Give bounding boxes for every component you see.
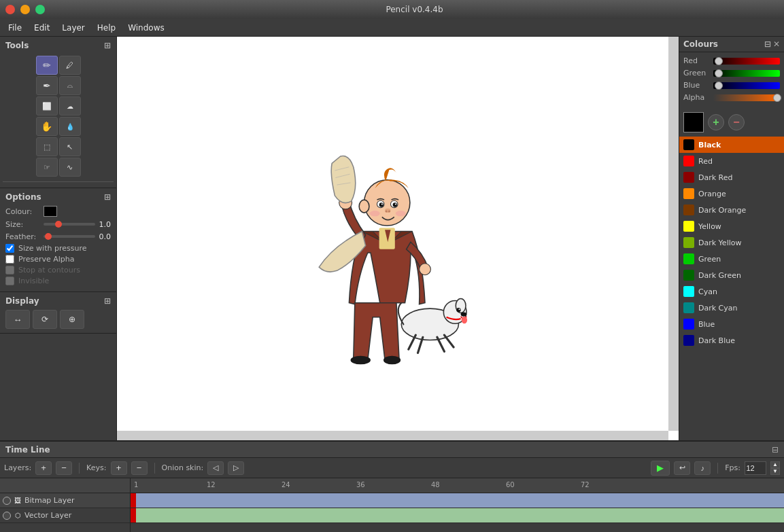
options-section: Options ⊞ Colour: Size: 1.0 Feat xyxy=(0,188,116,292)
colour-list-item-7[interactable]: Green xyxy=(679,251,784,267)
size-pressure-label: Size with pressure xyxy=(18,244,86,253)
colours-close-icon[interactable]: ✕ xyxy=(773,39,780,49)
red-slider-track[interactable] xyxy=(713,58,780,65)
vector-layer-row[interactable]: ⬡ Vector Layer xyxy=(0,508,130,523)
blue-slider-thumb[interactable] xyxy=(715,82,723,90)
alpha-label: Alpha xyxy=(683,93,711,102)
smudge-tool[interactable]: ☁ xyxy=(59,96,81,116)
colour-list-item-9[interactable]: Cyan xyxy=(679,283,784,300)
svg-point-29 xyxy=(420,264,431,275)
display-expand-icon[interactable]: ⊞ xyxy=(104,296,111,306)
add-colour-button[interactable]: + xyxy=(708,114,724,130)
svg-point-14 xyxy=(384,356,400,365)
move-tool[interactable]: ↖ xyxy=(59,137,81,156)
alpha-slider-thumb[interactable] xyxy=(773,94,781,102)
green-slider-thumb[interactable] xyxy=(715,69,723,77)
preserve-alpha-checkbox[interactable] xyxy=(5,255,14,264)
size-slider-thumb[interactable] xyxy=(55,221,62,228)
canvas-area[interactable] xyxy=(117,37,679,440)
green-slider-row: Green xyxy=(683,69,780,77)
colour-list-item-11[interactable]: Blue xyxy=(679,316,784,332)
fps-down-btn[interactable]: ▼ xyxy=(770,468,780,475)
colour-list-item-10[interactable]: Dark Cyan xyxy=(679,300,784,316)
polyline-tool[interactable]: ∿ xyxy=(59,158,81,177)
remove-key-btn[interactable]: − xyxy=(131,461,148,475)
green-slider-track[interactable] xyxy=(713,70,780,77)
eyedropper-tool[interactable]: 💧 xyxy=(59,117,81,136)
pen-tool[interactable]: 🖊 xyxy=(59,56,81,75)
vector-frame-track[interactable] xyxy=(131,508,784,523)
vertical-scrollbar[interactable] xyxy=(668,37,679,431)
colour-name-6: Dark Yellow xyxy=(698,238,741,247)
colour-name-1: Red xyxy=(698,157,713,166)
frame-mark-1: 1 xyxy=(134,481,138,489)
select-tool[interactable]: ⬚ xyxy=(36,137,58,156)
colour-list-item-2[interactable]: Dark Red xyxy=(679,169,784,185)
colour-list-item-5[interactable]: Yellow xyxy=(679,218,784,234)
maximize-button[interactable] xyxy=(35,5,45,14)
rewind-button[interactable]: ↩ xyxy=(674,461,690,475)
colour-list-item-12[interactable]: Dark Blue xyxy=(679,332,784,349)
invisible-checkbox[interactable] xyxy=(5,277,14,285)
lasso-tool[interactable]: ⌓ xyxy=(59,76,81,95)
bitmap-layer-vis[interactable] xyxy=(3,497,11,505)
colour-dot-12 xyxy=(683,335,694,346)
colour-preview-box[interactable] xyxy=(683,112,704,132)
display-flip-btn[interactable]: ↔ xyxy=(5,310,30,329)
menu-help[interactable]: Help xyxy=(92,21,121,35)
alpha-slider-track[interactable] xyxy=(713,94,780,101)
size-pressure-checkbox[interactable] xyxy=(5,244,14,253)
inkpen-tool[interactable]: ✒ xyxy=(36,76,58,95)
frames-area[interactable]: 1 12 24 36 48 60 72 xyxy=(131,478,784,532)
bitmap-frame-track[interactable] xyxy=(131,493,784,508)
colour-list-item-6[interactable]: Dark Yellow xyxy=(679,234,784,251)
alpha-slider-row: Alpha xyxy=(683,93,780,102)
colour-list-item-4[interactable]: Dark Orange xyxy=(679,202,784,218)
vector-layer-vis[interactable] xyxy=(3,512,11,520)
red-slider-thumb[interactable] xyxy=(715,57,723,65)
onion-prev-btn[interactable]: ◁ xyxy=(207,461,224,475)
menu-layer[interactable]: Layer xyxy=(56,21,90,35)
bitmap-layer-name: Bitmap Layer xyxy=(24,496,75,505)
bitmap-layer-row[interactable]: 🖼 Bitmap Layer xyxy=(0,493,130,508)
frame-mark-36: 36 xyxy=(356,481,365,489)
colour-list-item-3[interactable]: Orange xyxy=(679,185,784,202)
audio-button[interactable]: ♪ xyxy=(694,461,711,475)
hand-tool[interactable]: ✋ xyxy=(36,117,58,136)
colour-list-item-1[interactable]: Red xyxy=(679,153,784,169)
remove-layer-btn[interactable]: − xyxy=(56,461,72,475)
colours-restore-icon[interactable]: ⊟ xyxy=(764,39,771,49)
options-expand-icon[interactable]: ⊞ xyxy=(104,192,111,202)
vector-layer-name: Vector Layer xyxy=(24,511,71,520)
colour-list-item-0[interactable]: Black xyxy=(679,137,784,153)
display-buttons: ↔ ⟳ ⊕ xyxy=(5,310,111,329)
colour-list-item-8[interactable]: Dark Green xyxy=(679,267,784,283)
remove-colour-button[interactable]: − xyxy=(728,114,745,130)
onion-next-btn[interactable]: ▷ xyxy=(228,461,244,475)
svg-point-20 xyxy=(381,203,383,205)
play-button[interactable]: ▶ xyxy=(651,461,670,476)
blue-slider-track[interactable] xyxy=(713,82,780,89)
eraser-tool[interactable]: ⬜ xyxy=(36,96,58,116)
tools-expand-icon[interactable]: ⊞ xyxy=(104,41,111,50)
stop-contours-checkbox[interactable] xyxy=(5,266,14,274)
titlebar: Pencil v0.4.4b xyxy=(0,0,784,19)
feather-slider-thumb[interactable] xyxy=(45,233,52,240)
main-area: Tools ⊞ ✏ 🖊 ✒ ⌓ ⬜ ☁ ✋ 💧 ⬚ ↖ ☞ ∿ Opt xyxy=(0,37,784,440)
minimize-button[interactable] xyxy=(20,5,30,14)
menu-edit[interactable]: Edit xyxy=(29,21,55,35)
display-overlay-btn[interactable]: ⊕ xyxy=(60,310,84,329)
timeline-expand-icon[interactable]: ⊟ xyxy=(772,445,779,455)
colour-swatch[interactable] xyxy=(44,206,57,217)
pencil-tool[interactable]: ✏ xyxy=(36,56,58,75)
close-button[interactable] xyxy=(5,5,15,14)
add-layer-btn[interactable]: + xyxy=(35,461,52,475)
pan-tool[interactable]: ☞ xyxy=(36,158,58,177)
fps-input[interactable] xyxy=(745,461,766,475)
fps-up-btn[interactable]: ▲ xyxy=(770,461,780,468)
menu-windows[interactable]: Windows xyxy=(122,21,170,35)
horizontal-scrollbar[interactable] xyxy=(117,431,668,440)
display-rotate-btn[interactable]: ⟳ xyxy=(33,310,57,329)
menu-file[interactable]: File xyxy=(3,21,27,35)
add-key-btn[interactable]: + xyxy=(111,461,127,475)
